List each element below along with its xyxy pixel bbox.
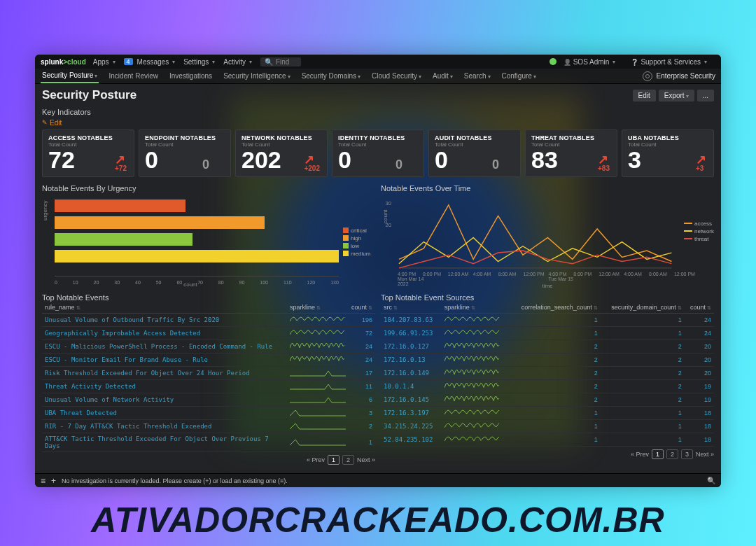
table-row[interactable]: RIR - 7 Day ATT&CK Tactic Threshold Exce…: [42, 419, 375, 433]
table-row[interactable]: Unusual Volume of Network Activity6: [42, 393, 375, 406]
more-button[interactable]: ...: [697, 90, 714, 102]
tnes-col-corr[interactable]: correlation_search_count: [510, 302, 601, 314]
menu-search[interactable]: Search: [463, 69, 492, 83]
table-row[interactable]: 172.16.0.1492220: [381, 366, 714, 379]
urgency-bar[interactable]: [55, 200, 186, 212]
src-link[interactable]: 52.84.235.102: [381, 433, 442, 446]
table-row[interactable]: 34.215.24.2251118: [381, 419, 714, 433]
table-row[interactable]: UBA Threat Detected3: [42, 406, 375, 419]
table-row[interactable]: ESCU - Malicious PowerShell Process - En…: [42, 340, 375, 353]
tnes-col-spark[interactable]: sparkline: [442, 302, 510, 314]
kpi-card[interactable]: ENDPOINT NOTABLESTotal Count00: [139, 130, 231, 177]
find-input[interactable]: 🔍 Find: [260, 57, 301, 66]
tne-table[interactable]: rule_name sparkline count Unusual Volume…: [42, 302, 375, 452]
kpi-card[interactable]: ACCESS NOTABLESTotal Count72+72: [42, 130, 134, 177]
tne-prev[interactable]: « Prev: [307, 456, 325, 463]
tne-title: Top Notable Events: [42, 293, 375, 302]
rule-link[interactable]: Risk Threshold Exceeded For Object Over …: [42, 366, 287, 379]
plus-icon[interactable]: [51, 476, 56, 486]
table-row[interactable]: 52.84.235.1021118: [381, 433, 714, 446]
kpi-card[interactable]: NETWORK NOTABLESTotal Count202+202: [235, 130, 328, 177]
menu-security-posture[interactable]: Security Posture: [41, 69, 99, 83]
menu-security-intelligence[interactable]: Security Intelligence: [222, 69, 292, 83]
rule-link[interactable]: Threat Activity Detected: [42, 379, 287, 393]
rule-link[interactable]: Unusual Volume of Network Activity: [42, 393, 287, 406]
tnes-page-2[interactable]: 2: [666, 449, 678, 459]
urgency-chart[interactable]: urgency 0102030405060708090100110120130 …: [42, 197, 375, 288]
tnes-page-1[interactable]: 1: [652, 449, 664, 459]
tnes-col-count[interactable]: count: [685, 302, 714, 314]
kpi-card[interactable]: THREAT NOTABLESTotal Count83+83: [525, 130, 617, 177]
support-menu[interactable]: Support & Services: [631, 58, 707, 66]
tnes-col-dom[interactable]: security_domain_count: [601, 302, 685, 314]
menu-audit[interactable]: Audit: [431, 69, 454, 83]
overtime-chart[interactable]: 3020 count 4:00 PMMon Mar 1420228:00 PM1…: [381, 197, 714, 288]
tnes-prev[interactable]: « Prev: [631, 451, 649, 458]
rule-link[interactable]: RIR - 7 Day ATT&CK Tactic Threshold Exce…: [42, 419, 287, 433]
table-row[interactable]: 172.16.0.132220: [381, 353, 714, 366]
urgency-bar[interactable]: [55, 216, 265, 229]
urgency-ylabel: urgency: [42, 200, 48, 220]
table-row[interactable]: Unusual Volume of Outbound Traffic By Sr…: [42, 313, 375, 326]
menu-investigations[interactable]: Investigations: [168, 69, 214, 83]
settings-menu[interactable]: Settings: [183, 58, 215, 66]
table-row[interactable]: 172.16.0.1272220: [381, 340, 714, 353]
table-row[interactable]: 10.0.1.42219: [381, 379, 714, 393]
kpi-card[interactable]: AUDIT NOTABLESTotal Count00: [428, 130, 521, 177]
table-row[interactable]: ATT&CK Tactic Threshold Exceeded For Obj…: [42, 433, 375, 451]
src-link[interactable]: 172.16.3.197: [381, 406, 442, 419]
src-link[interactable]: 172.16.0.13: [381, 353, 442, 366]
tnes-page-3[interactable]: 3: [681, 449, 693, 459]
urgency-bar[interactable]: [55, 233, 192, 246]
table-row[interactable]: ESCU - Monitor Email For Brand Abuse - R…: [42, 353, 375, 366]
table-row[interactable]: Risk Threshold Exceeded For Object Over …: [42, 366, 375, 379]
tnes-next[interactable]: Next »: [696, 451, 714, 458]
menu-security-domains[interactable]: Security Domains: [300, 69, 362, 83]
src-link[interactable]: 34.215.24.225: [381, 419, 442, 433]
apps-menu[interactable]: Apps: [93, 58, 115, 66]
src-link[interactable]: 172.16.0.127: [381, 340, 442, 353]
src-link[interactable]: 104.207.83.63: [381, 313, 442, 326]
rule-link[interactable]: ESCU - Malicious PowerShell Process - En…: [42, 340, 287, 353]
tne-col-spark[interactable]: sparkline: [287, 302, 349, 314]
urgency-bar[interactable]: [55, 250, 339, 262]
kpi-label: IDENTITY NOTABLES: [338, 134, 418, 141]
rule-link[interactable]: ATT&CK Tactic Threshold Exceeded For Obj…: [42, 433, 287, 451]
user-menu[interactable]: SOS Admin: [564, 58, 616, 66]
overtime-title: Notable Events Over Time: [381, 184, 714, 192]
table-row[interactable]: Geographically Improbable Access Detecte…: [42, 326, 375, 340]
tnes-table[interactable]: src sparkline correlation_search_count s…: [381, 302, 714, 447]
rule-link[interactable]: Geographically Improbable Access Detecte…: [42, 326, 287, 340]
table-row[interactable]: 172.16.3.1971118: [381, 406, 714, 419]
table-row[interactable]: Threat Activity Detected11: [42, 379, 375, 393]
ki-edit-link[interactable]: Edit: [42, 119, 62, 127]
tne-page-2[interactable]: 2: [342, 455, 354, 465]
activity-menu[interactable]: Activity: [223, 58, 252, 66]
edit-button[interactable]: Edit: [633, 90, 656, 102]
kpi-card[interactable]: IDENTITY NOTABLESTotal Count00: [332, 130, 424, 177]
table-row[interactable]: 104.207.83.631124: [381, 313, 714, 326]
kpi-card[interactable]: UBA NOTABLESTotal Count3+3: [622, 130, 714, 177]
rule-link[interactable]: Unusual Volume of Outbound Traffic By Sr…: [42, 313, 287, 326]
menu-cloud-security[interactable]: Cloud Security: [370, 69, 423, 83]
tne-col-count[interactable]: count: [349, 302, 375, 314]
rule-link[interactable]: ESCU - Monitor Email For Brand Abuse - R…: [42, 353, 287, 366]
tnes-col-src[interactable]: src: [381, 302, 442, 314]
table-row[interactable]: 172.16.0.1452219: [381, 393, 714, 406]
src-link[interactable]: 10.0.1.4: [381, 379, 442, 393]
zoom-icon[interactable]: [707, 477, 715, 484]
menu-incident-review[interactable]: Incident Review: [107, 69, 160, 83]
export-button[interactable]: Export: [659, 90, 694, 102]
tne-col-rule[interactable]: rule_name: [42, 302, 287, 314]
src-link[interactable]: 172.16.0.149: [381, 366, 442, 379]
tne-next[interactable]: Next »: [357, 456, 375, 463]
src-link[interactable]: 199.66.91.253: [381, 326, 442, 340]
tne-pager: « Prev 1 2 Next »: [42, 455, 375, 465]
messages-menu[interactable]: 4 Messages: [124, 58, 176, 66]
table-row[interactable]: 199.66.91.2531124: [381, 326, 714, 340]
rule-link[interactable]: UBA Threat Detected: [42, 406, 287, 419]
menu-configure[interactable]: Configure: [500, 69, 538, 83]
tne-page-1[interactable]: 1: [328, 455, 340, 465]
hamburger-icon[interactable]: [41, 476, 46, 486]
src-link[interactable]: 172.16.0.145: [381, 393, 442, 406]
